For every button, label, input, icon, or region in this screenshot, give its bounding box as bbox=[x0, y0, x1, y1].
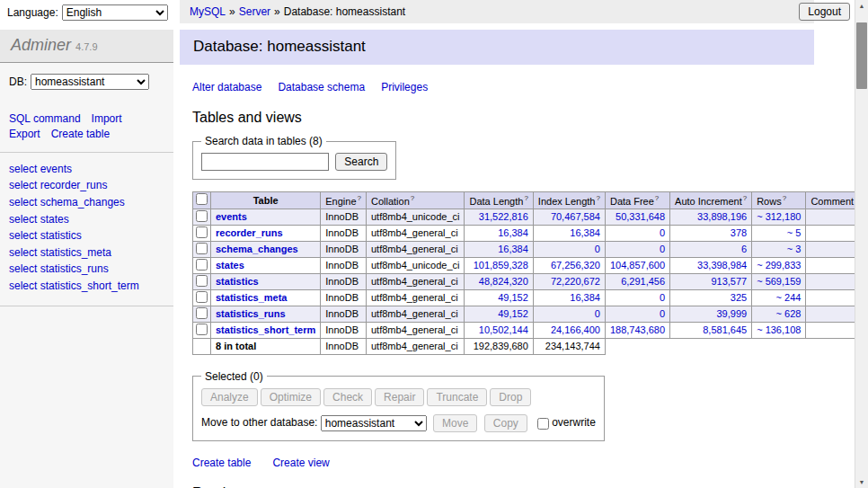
db-select[interactable]: homeassistant bbox=[31, 74, 149, 90]
help-icon[interactable]: ? bbox=[358, 194, 361, 202]
index-length-link[interactable]: 16,384 bbox=[570, 227, 600, 238]
vertical-scrollbar[interactable]: ▲ ▼ bbox=[855, 0, 868, 488]
data-length-link[interactable]: 48,824,320 bbox=[479, 276, 528, 287]
sidebar-link-import[interactable]: Import bbox=[92, 112, 122, 125]
data-length-link[interactable]: 101,859,328 bbox=[474, 260, 528, 271]
column-header-index-length[interactable]: Index Length? bbox=[533, 192, 605, 209]
breadcrumb-link-server[interactable]: Server bbox=[239, 5, 270, 18]
auto-increment-link[interactable]: 33,398,984 bbox=[697, 260, 747, 271]
row-checkbox[interactable] bbox=[196, 226, 208, 238]
db-action-link-privileges[interactable]: Privileges bbox=[381, 81, 428, 93]
index-length-link[interactable]: 24,166,400 bbox=[551, 324, 600, 335]
rows-link[interactable]: ~ 569,159 bbox=[757, 276, 801, 287]
db-action-link-database-schema[interactable]: Database schema bbox=[278, 81, 365, 93]
create-view-link[interactable]: Create view bbox=[272, 457, 329, 469]
table-name-link[interactable]: statistics_short_term bbox=[216, 324, 315, 335]
move-db-select[interactable]: homeassistant bbox=[321, 415, 427, 431]
data-free-link[interactable]: 104,857,600 bbox=[610, 260, 665, 271]
rows-link[interactable]: ~ 5 bbox=[787, 227, 802, 238]
table-name-link[interactable]: schema_changes bbox=[216, 244, 298, 254]
truncate-button[interactable]: Truncate bbox=[427, 388, 487, 406]
rows-link[interactable]: ~ 299,833 bbox=[757, 260, 801, 271]
auto-increment-link[interactable]: 33,898,196 bbox=[697, 211, 747, 222]
optimize-button[interactable]: Optimize bbox=[261, 388, 321, 406]
sidebar-link-create-table[interactable]: Create table bbox=[51, 128, 110, 140]
column-header-data-length[interactable]: Data Length? bbox=[465, 192, 533, 209]
column-header-data-free[interactable]: Data Free? bbox=[605, 192, 669, 209]
data-free-link[interactable]: 50,331,648 bbox=[616, 211, 665, 222]
row-checkbox[interactable] bbox=[196, 291, 208, 303]
logout-button[interactable]: Logout bbox=[799, 3, 850, 21]
scrollbar-thumb[interactable] bbox=[856, 22, 867, 89]
column-header-auto-increment[interactable]: Auto Increment? bbox=[670, 192, 752, 209]
copy-button[interactable]: Copy bbox=[484, 414, 527, 432]
index-length-link[interactable]: 16,384 bbox=[570, 292, 600, 303]
breadcrumb-link-mysql[interactable]: MySQL bbox=[190, 5, 226, 18]
auto-increment-link[interactable]: 8,581,645 bbox=[703, 324, 747, 335]
data-length-link[interactable]: 16,384 bbox=[498, 227, 528, 238]
table-name-link[interactable]: statistics bbox=[216, 276, 259, 287]
data-length-link[interactable]: 31,522,816 bbox=[479, 211, 528, 222]
search-button[interactable]: Search bbox=[335, 153, 387, 171]
scroll-up-icon[interactable]: ▲ bbox=[855, 0, 868, 12]
help-icon[interactable]: ? bbox=[783, 194, 786, 202]
check-button[interactable]: Check bbox=[323, 388, 372, 406]
rows-link[interactable]: ~ 312,180 bbox=[757, 211, 801, 222]
sidebar-table-link[interactable]: select states bbox=[9, 211, 164, 228]
auto-increment-link[interactable]: 913,577 bbox=[711, 276, 747, 287]
overwrite-checkbox[interactable] bbox=[537, 418, 549, 430]
column-header-rows[interactable]: Rows? bbox=[752, 192, 806, 209]
help-icon[interactable]: ? bbox=[743, 194, 747, 202]
db-action-link-alter-database[interactable]: Alter database bbox=[192, 81, 261, 93]
row-checkbox[interactable] bbox=[196, 324, 208, 335]
rows-link[interactable]: ~ 3 bbox=[787, 244, 802, 254]
index-length-link[interactable]: 67,256,320 bbox=[551, 260, 600, 271]
data-free-link[interactable]: 0 bbox=[660, 244, 665, 254]
index-length-link[interactable]: 0 bbox=[595, 244, 600, 254]
index-length-link[interactable]: 70,467,584 bbox=[551, 211, 600, 222]
index-length-link[interactable]: 72,220,672 bbox=[551, 276, 600, 287]
data-free-link[interactable]: 0 bbox=[660, 308, 665, 319]
rows-link[interactable]: ~ 136,108 bbox=[757, 324, 801, 335]
column-header-table[interactable]: Table bbox=[211, 192, 321, 209]
index-length-link[interactable]: 0 bbox=[595, 308, 600, 319]
help-icon[interactable]: ? bbox=[524, 194, 527, 202]
row-checkbox[interactable] bbox=[196, 210, 208, 222]
table-name-link[interactable]: statistics_meta bbox=[216, 292, 288, 303]
sidebar-table-link[interactable]: select schema_changes bbox=[9, 194, 164, 211]
auto-increment-link[interactable]: 6 bbox=[741, 244, 747, 254]
row-checkbox[interactable] bbox=[196, 243, 208, 254]
sidebar-table-link[interactable]: select statistics_meta bbox=[9, 244, 164, 262]
data-free-link[interactable]: 188,743,680 bbox=[610, 324, 665, 335]
scroll-down-icon[interactable]: ▼ bbox=[855, 476, 868, 488]
sidebar-table-link[interactable]: select recorder_runs bbox=[9, 177, 164, 194]
sidebar-link-sql-command[interactable]: SQL command bbox=[9, 112, 81, 125]
help-icon[interactable]: ? bbox=[655, 194, 659, 202]
move-button[interactable]: Move bbox=[433, 414, 477, 432]
row-checkbox[interactable] bbox=[196, 307, 208, 319]
data-length-link[interactable]: 49,152 bbox=[498, 292, 528, 303]
data-free-link[interactable]: 0 bbox=[660, 292, 665, 303]
search-input[interactable] bbox=[201, 153, 329, 171]
sidebar-table-link[interactable]: select events bbox=[9, 161, 164, 178]
drop-button[interactable]: Drop bbox=[490, 388, 531, 406]
column-header-engine[interactable]: Engine? bbox=[321, 192, 367, 209]
table-name-link[interactable]: events bbox=[216, 211, 247, 222]
rows-link[interactable]: ~ 628 bbox=[776, 308, 802, 319]
data-length-link[interactable]: 10,502,144 bbox=[479, 324, 528, 335]
table-name-link[interactable]: statistics_runs bbox=[216, 308, 286, 319]
select-all-checkbox[interactable] bbox=[196, 193, 208, 205]
help-icon[interactable]: ? bbox=[596, 194, 599, 202]
data-free-link[interactable]: 6,291,456 bbox=[621, 276, 665, 287]
repair-button[interactable]: Repair bbox=[375, 388, 424, 406]
table-name-link[interactable]: states bbox=[216, 260, 244, 271]
row-checkbox[interactable] bbox=[196, 259, 208, 271]
sidebar-table-link[interactable]: select statistics bbox=[9, 227, 164, 244]
analyze-button[interactable]: Analyze bbox=[201, 388, 258, 406]
sidebar-table-link[interactable]: select statistics_runs bbox=[9, 261, 164, 278]
language-select[interactable]: English bbox=[62, 4, 168, 21]
sidebar-link-export[interactable]: Export bbox=[9, 128, 40, 140]
column-header-collation[interactable]: Collation? bbox=[367, 192, 465, 209]
row-checkbox[interactable] bbox=[196, 275, 208, 287]
auto-increment-link[interactable]: 325 bbox=[731, 292, 747, 303]
